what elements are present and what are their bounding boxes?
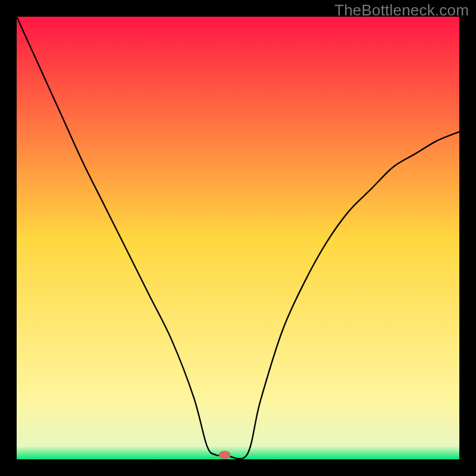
plot-area — [17, 17, 459, 459]
chart-frame: TheBottleneck.com — [0, 0, 476, 476]
gradient-background — [17, 17, 459, 459]
chart-svg — [17, 17, 459, 459]
marker-dot — [219, 451, 231, 459]
